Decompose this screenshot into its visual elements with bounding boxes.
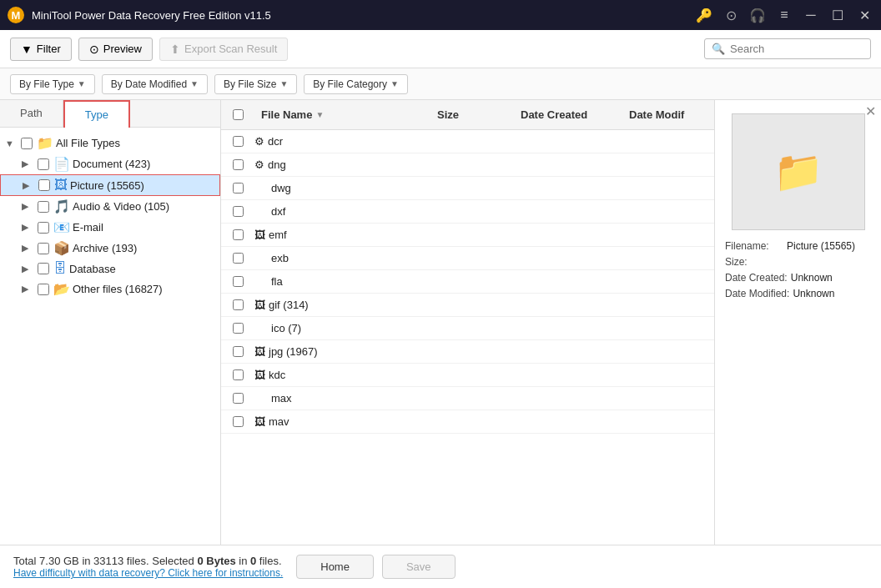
row-checkbox-6[interactable] [233, 276, 244, 287]
file-category-filter[interactable]: By File Category ▼ [304, 74, 408, 94]
tree-label-audio: Audio & Video (105) [73, 200, 169, 213]
select-all-checkbox[interactable] [233, 109, 244, 120]
row-checkbox-9[interactable] [233, 346, 244, 357]
row-checkbox-4[interactable] [233, 229, 244, 240]
row-filename-cell: dwg [254, 182, 430, 194]
file-type-filter[interactable]: By File Type ▼ [10, 74, 95, 94]
header-date-modified: Date Modif [622, 108, 714, 121]
status-bar: Total 7.30 GB in 33113 files. Selected 0… [0, 545, 881, 588]
minimize-icon[interactable]: ─ [801, 8, 821, 23]
table-row[interactable]: dwg [221, 177, 714, 200]
circle-icon[interactable]: ⊙ [721, 8, 741, 23]
tree-label-picture: Picture (15565) [70, 179, 144, 192]
file-size-filter[interactable]: By File Size ▼ [214, 74, 297, 94]
search-input[interactable] [730, 43, 863, 55]
file-list-header: File Name ▼ Size Date Created Date Modif [221, 100, 714, 130]
table-row[interactable]: max [221, 387, 714, 410]
row-checkbox-col [221, 276, 254, 287]
filter-button[interactable]: ▼ Filter [10, 38, 72, 61]
row-checkbox-12[interactable] [233, 416, 244, 427]
tree-arrow-all: ▼ [5, 138, 17, 148]
tree-item-audio-video[interactable]: ▶ 🎵 Audio & Video (105) [0, 196, 220, 217]
preview-folder-icon: 📁 [773, 148, 823, 195]
row-checkbox-0[interactable] [233, 136, 244, 147]
preview-filename-value: Picture (15565) [787, 240, 855, 252]
tree-item-database[interactable]: ▶ 🗄 Database [0, 259, 220, 279]
tree-checkbox-audio[interactable] [38, 201, 49, 213]
key-icon[interactable]: 🔑 [694, 8, 714, 23]
tree-checkbox-other[interactable] [38, 284, 49, 295]
table-row[interactable]: fla [221, 270, 714, 294]
search-icon: 🔍 [712, 43, 725, 55]
menu-icon[interactable]: ≡ [774, 8, 794, 23]
date-modified-filter[interactable]: By Date Modified ▼ [102, 74, 208, 94]
tree-arrow-document: ▶ [22, 158, 33, 169]
preview-label: Preview [103, 43, 142, 55]
files-text: files. [256, 555, 281, 567]
row-checkbox-col [221, 206, 254, 217]
row-checkbox-col [221, 369, 254, 380]
preview-metadata: Filename: Picture (15565) Size: Date Cre… [725, 240, 871, 304]
headphones-icon[interactable]: 🎧 [748, 8, 768, 23]
save-button[interactable]: Save [382, 555, 456, 579]
close-icon[interactable]: ✕ [854, 8, 874, 23]
table-row[interactable]: ⚙ dcr [221, 130, 714, 153]
preview-button[interactable]: ⊙ Preview [78, 38, 153, 61]
home-button[interactable]: Home [296, 555, 374, 579]
table-row[interactable]: 🖼 jpg (1967) [221, 340, 714, 364]
file-type-icon: ⚙ [254, 158, 264, 171]
tree-checkbox-document[interactable] [38, 158, 49, 170]
tree-label-document: Document (423) [73, 158, 150, 170]
tree-icon-archive: 📦 [53, 240, 70, 256]
toolbar: ▼ Filter ⊙ Preview ⬆ Export Scan Result … [0, 30, 881, 68]
tree-item-all[interactable]: ▼ 📁 All File Types [0, 133, 220, 153]
restore-icon[interactable]: ☐ [828, 8, 848, 23]
export-button[interactable]: ⬆ Export Scan Result [159, 38, 288, 61]
row-checkbox-7[interactable] [233, 299, 244, 310]
tree-checkbox-archive[interactable] [38, 243, 49, 254]
filter-bar: By File Type ▼ By Date Modified ▼ By Fil… [0, 68, 881, 100]
row-filename-cell: ico (7) [254, 322, 430, 334]
row-checkbox-10[interactable] [233, 369, 244, 380]
table-row[interactable]: 🖼 kdc [221, 364, 714, 387]
tree-item-other[interactable]: ▶ 📂 Other files (16827) [0, 279, 220, 299]
row-checkbox-col [221, 253, 254, 264]
row-checkbox-1[interactable] [233, 159, 244, 170]
tree-item-archive[interactable]: ▶ 📦 Archive (193) [0, 238, 220, 259]
search-bar: 🔍 [704, 38, 871, 59]
table-row[interactable]: exb [221, 247, 714, 270]
tree-arrow-audio: ▶ [22, 201, 33, 212]
row-checkbox-2[interactable] [233, 183, 244, 193]
table-row[interactable]: dxf [221, 200, 714, 224]
tree-checkbox-all[interactable] [21, 138, 33, 149]
file-type-icon: ⚙ [254, 135, 264, 148]
tab-type[interactable]: Type [63, 100, 130, 128]
row-filename: dng [268, 158, 286, 171]
row-filename-cell: ⚙ dcr [254, 135, 430, 148]
tree-arrow-email: ▶ [22, 222, 33, 233]
row-checkbox-col [221, 346, 254, 357]
app-title: MiniTool Power Data Recovery Free Editio… [32, 9, 687, 22]
tree-checkbox-email[interactable] [38, 222, 49, 234]
in-text: in [236, 555, 250, 567]
table-row[interactable]: ico (7) [221, 317, 714, 340]
row-checkbox-5[interactable] [233, 253, 244, 264]
file-size-arrow: ▼ [279, 79, 288, 88]
table-row[interactable]: 🖼 gif (314) [221, 294, 714, 317]
tree-checkbox-database[interactable] [38, 263, 49, 274]
tab-path[interactable]: Path [0, 100, 63, 127]
sort-icon[interactable]: ▼ [315, 110, 324, 119]
tree-arrow-archive: ▶ [22, 243, 33, 254]
row-checkbox-3[interactable] [233, 206, 244, 217]
table-row[interactable]: 🖼 emf [221, 224, 714, 247]
help-link[interactable]: Have difficulty with data recovery? Clic… [13, 567, 283, 579]
tree-item-picture[interactable]: ▶ 🖼 Picture (15565) [0, 174, 220, 196]
tree-item-email[interactable]: ▶ 📧 E-mail [0, 217, 220, 238]
table-row[interactable]: 🖼 mav [221, 410, 714, 434]
tree-item-document[interactable]: ▶ 📄 Document (423) [0, 153, 220, 174]
row-checkbox-11[interactable] [233, 393, 244, 404]
tree-checkbox-picture[interactable] [38, 179, 50, 191]
table-row[interactable]: ⚙ dng [221, 153, 714, 177]
preview-close-button[interactable]: ✕ [865, 103, 876, 119]
row-checkbox-8[interactable] [233, 323, 244, 334]
